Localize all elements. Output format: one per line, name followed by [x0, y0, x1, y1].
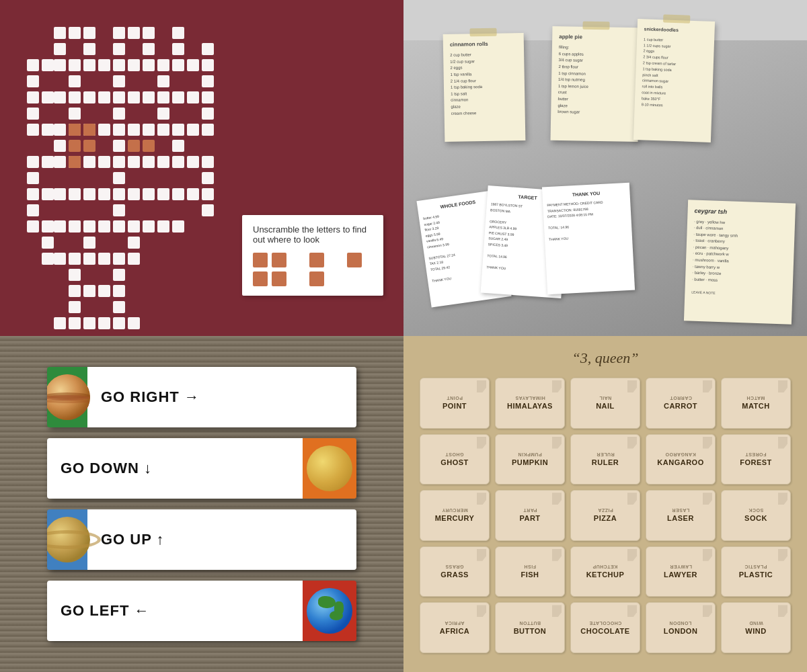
- svg-rect-22: [157, 59, 169, 71]
- word-card[interactable]: SOCK SOCK: [721, 490, 791, 541]
- word-card[interactable]: KANGAROO KANGAROO: [646, 434, 716, 485]
- svg-rect-18: [98, 59, 110, 71]
- word-card[interactable]: FISH FISH: [495, 546, 565, 597]
- svg-rect-110: [128, 237, 140, 249]
- word-card[interactable]: FOREST FOREST: [721, 434, 791, 485]
- word-card[interactable]: LASER LASER: [646, 490, 716, 541]
- svg-rect-80: [202, 172, 214, 184]
- svg-rect-38: [128, 91, 140, 103]
- sticky-note-2: apple pie filling: 6 cups apples 3/4 cup…: [551, 26, 640, 142]
- sign-go-down: GO DOWN ↓: [47, 438, 356, 499]
- word-card[interactable]: BUTTON BUTTON: [495, 602, 565, 653]
- svg-rect-30: [202, 75, 214, 87]
- card-corner: [477, 437, 486, 449]
- word-card[interactable]: PIZZA PIZZA: [570, 490, 640, 541]
- word-card[interactable]: WIND WIND: [721, 602, 791, 653]
- card-main-text: RULER: [592, 458, 619, 466]
- hint-tile-spacer: [328, 253, 343, 267]
- card-flipped-text: BUTTON: [519, 621, 541, 626]
- word-card[interactable]: PLASTIC PLASTIC: [721, 546, 791, 597]
- card-flipped-text: GHOST: [445, 452, 463, 457]
- svg-rect-28: [113, 75, 125, 87]
- card-main-text: FISH: [521, 571, 539, 579]
- card-main-text: SOCK: [744, 514, 767, 522]
- svg-rect-133: [83, 124, 95, 136]
- hint-text: Unscramble the letters to find out where…: [253, 224, 367, 245]
- word-card[interactable]: HIMALAYAS HIMALAYAS: [495, 378, 565, 429]
- note3-title: snickerdoodles: [644, 26, 707, 34]
- svg-rect-120: [69, 285, 81, 297]
- card-flipped-text: FOREST: [745, 452, 766, 457]
- svg-rect-132: [69, 124, 81, 136]
- sign-orange-bar: [303, 438, 356, 499]
- svg-rect-29: [157, 75, 169, 87]
- svg-rect-79: [113, 172, 125, 184]
- svg-rect-85: [83, 188, 95, 200]
- svg-rect-63: [113, 140, 125, 152]
- handwritten-note: ceygrar tsh · grey · yellow hw · dull · …: [684, 200, 796, 324]
- card-corner: [703, 380, 712, 392]
- hint-tile: [253, 271, 268, 286]
- word-card[interactable]: GRASS GRASS: [420, 546, 490, 597]
- card-flipped-text: POINT: [447, 396, 463, 401]
- word-card[interactable]: POINT POINT: [420, 378, 490, 429]
- card-flipped-text: SOCK: [748, 508, 763, 513]
- svg-rect-105: [143, 220, 155, 233]
- svg-rect-73: [143, 156, 155, 168]
- planet-venus: [307, 446, 352, 491]
- panel-notes: cinnamon rolls 2 cup butter 1/2 cup suga…: [404, 0, 807, 336]
- word-card[interactable]: KETCHUP KETCHUP: [570, 546, 640, 597]
- card-corner: [703, 437, 712, 449]
- svg-rect-55: [113, 124, 125, 136]
- svg-rect-11: [172, 43, 184, 55]
- svg-rect-14: [42, 59, 54, 71]
- svg-rect-21: [143, 59, 155, 71]
- word-card[interactable]: PART PART: [495, 490, 565, 541]
- word-card[interactable]: RULER RULER: [570, 434, 640, 485]
- word-card[interactable]: PUMPKIN PUMPKIN: [495, 434, 565, 485]
- svg-rect-61: [202, 124, 214, 136]
- svg-rect-70: [98, 156, 110, 168]
- svg-rect-100: [69, 220, 81, 233]
- svg-rect-117: [128, 253, 140, 265]
- tape-1: [469, 28, 496, 37]
- word-card[interactable]: AFRICA AFRICA: [420, 602, 490, 653]
- panel-wordcards: “3, queen” POINT POINT HIMALAYAS HIMALAY…: [404, 336, 807, 672]
- svg-rect-64: [172, 140, 184, 152]
- word-card[interactable]: LONDON LONDON: [646, 602, 716, 653]
- card-main-text: PLASTIC: [739, 571, 773, 579]
- word-card[interactable]: MATCH MATCH: [721, 378, 791, 429]
- card-flipped-text: LAWYER: [670, 564, 692, 569]
- svg-rect-24: [187, 59, 199, 71]
- svg-rect-123: [113, 285, 125, 297]
- card-flipped-text: FISH: [524, 564, 536, 569]
- word-card[interactable]: GHOST GHOST: [420, 434, 490, 485]
- svg-rect-83: [54, 188, 66, 200]
- word-card[interactable]: LAWYER LAWYER: [646, 546, 716, 597]
- card-flipped-text: HIMALAYAS: [515, 396, 545, 401]
- word-card[interactable]: MERCURY MERCURY: [420, 490, 490, 541]
- card-main-text: FOREST: [740, 458, 772, 466]
- hint-tile: [309, 271, 324, 286]
- svg-rect-26: [27, 75, 39, 87]
- svg-rect-9: [113, 43, 125, 55]
- svg-rect-2: [83, 27, 95, 39]
- word-card[interactable]: CHOCOLATE CHOCOLATE: [570, 602, 640, 653]
- sign-green-bar: [47, 367, 87, 427]
- svg-rect-98: [42, 220, 54, 233]
- card-main-text: KETCHUP: [586, 571, 625, 579]
- svg-rect-44: [27, 108, 39, 120]
- svg-rect-97: [27, 220, 39, 233]
- word-card[interactable]: CARROT CARROT: [646, 378, 716, 429]
- card-flipped-text: KANGAROO: [665, 452, 696, 457]
- svg-rect-96: [202, 204, 214, 216]
- hint-tile-spacer: [291, 271, 305, 286]
- card-corner: [627, 437, 637, 449]
- card-main-text: GHOST: [440, 458, 469, 466]
- svg-rect-16: [69, 59, 81, 71]
- card-corner: [627, 493, 637, 505]
- svg-rect-118: [69, 269, 81, 281]
- svg-rect-41: [172, 91, 184, 103]
- word-card[interactable]: NAIL NAIL: [570, 378, 640, 429]
- hint-tile: [347, 253, 362, 267]
